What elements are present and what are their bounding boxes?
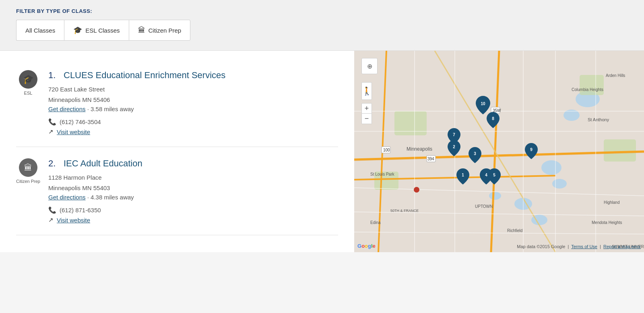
svg-text:5: 5 [493,173,495,177]
svg-text:Richfield: Richfield [507,228,522,233]
visit-website-link[interactable]: Visit website [57,217,90,224]
listing-icon: 🎓 ESL [16,70,40,135]
listing-phone: 📞 (612) 871-6350 [48,206,338,214]
svg-text:394: 394 [427,157,434,161]
svg-rect-10 [604,139,636,162]
filter-all-label: All Classes [25,27,55,34]
get-directions-link[interactable]: Get directions [48,106,86,112]
listing-icon: 🏛 Citizen Prep [16,158,40,224]
listing-number: 1. [48,70,60,81]
listing-number: 2. [48,158,60,169]
map-container: Minneapolis St Anthony Columbia Heights … [354,51,644,252]
external-link-icon: ↗ [48,128,54,135]
listing-item: 🎓 ESL 1. CLUES Educational Enrichment Se… [16,59,338,147]
svg-rect-9 [580,75,604,95]
svg-text:UPTOWN: UPTOWN [475,204,493,209]
filter-all-button[interactable]: All Classes [16,20,64,41]
listing-name: IEC Adult Education [64,158,142,169]
map-person-control[interactable]: 🚶 [361,82,372,100]
distance-text: · 3.58 miles away [87,106,134,112]
svg-rect-8 [394,111,427,135]
svg-text:Highland: Highland [604,200,619,205]
listing-website: ↗ Visit website [48,128,338,135]
main-content: 🎓 ESL 1. CLUES Educational Enrichment Se… [0,51,644,252]
graduation-cap-icon: 🎓 [23,74,34,85]
citizen-icon-circle: 🏛 [19,158,37,177]
map-data-credit: Map data ©2015 Google [517,244,565,249]
svg-point-55 [414,187,419,193]
svg-text:3: 3 [474,151,476,156]
building-icon: 🏛 [24,163,32,172]
listing-address-line1: 720 East Lake Street [48,85,338,94]
listing-address-line2: Minneapolis MN 55403 [48,183,338,193]
visit-website-link[interactable]: Visit website [57,129,90,135]
svg-text:St Louis Park: St Louis Park [370,172,394,176]
listing-directions: Get directions · 4.38 miles away [48,194,338,201]
svg-text:4: 4 [485,173,487,177]
listing-phone: 📞 (612) 746-3504 [48,118,338,126]
google-watermark: Google [357,243,376,249]
svg-point-4 [552,179,567,189]
listing-directions: Get directions · 3.58 miles away [48,106,338,112]
distance-text: · 4.38 miles away [87,194,134,201]
map-svg: Minneapolis St Anthony Columbia Heights … [354,51,644,252]
listing-details: 2. IEC Adult Education 1128 Harmon Place… [48,158,338,224]
graduation-cap-icon: 🎓 [73,26,82,35]
svg-text:10: 10 [481,102,485,106]
report-error-link[interactable]: Report a map error [603,244,641,249]
map-nav-control[interactable]: ⊕ [361,58,378,74]
listing-address-line1: 1128 Harmon Place [48,173,338,182]
svg-point-7 [489,192,501,200]
person-icon: 🚶 [362,86,372,96]
map-area[interactable]: Minneapolis St Anthony Columbia Heights … [354,51,644,252]
listing-name: CLUES Educational Enrichment Services [64,70,225,81]
listing-type-label: Citizen Prep [16,179,40,184]
map-attribution: Map data ©2015 Google | Terms of Use | R… [517,244,641,249]
phone-number: (612) 871-6350 [60,207,101,214]
filter-section: FILTER BY TYPE OF CLASS: All Classes 🎓 E… [0,0,644,51]
minus-icon: − [365,114,369,123]
svg-text:St Anthony: St Anthony [588,117,609,122]
svg-text:9: 9 [530,147,533,152]
svg-point-3 [541,160,561,175]
svg-text:2: 2 [453,145,455,149]
svg-text:50TH & FRANCE: 50TH & FRANCE [390,209,419,213]
building-icon: 🏛 [138,26,145,35]
phone-icon: 📞 [48,206,56,214]
zoom-in-button[interactable]: + [361,103,372,114]
phone-number: (612) 746-3504 [60,118,101,125]
filter-esl-button[interactable]: 🎓 ESL Classes [64,20,128,41]
filter-buttons: All Classes 🎓 ESL Classes 🏛 Citizen Prep [16,20,628,41]
svg-text:Mendota Heights: Mendota Heights [592,220,622,225]
listing-type-label: ESL [24,91,33,95]
map-zoom-controls: + − [361,103,372,124]
external-link-icon: ↗ [48,216,54,224]
listing-item: 🏛 Citizen Prep 2. IEC Adult Education 11… [16,147,338,235]
svg-text:Columbia Heights: Columbia Heights [572,87,603,92]
crosshair-icon: ⊕ [367,62,372,70]
filter-label: FILTER BY TYPE OF CLASS: [16,8,628,14]
svg-text:100: 100 [383,148,390,152]
svg-text:Edina: Edina [370,220,381,225]
svg-text:8: 8 [492,116,494,121]
listing-header: 1. CLUES Educational Enrichment Services [48,70,338,81]
listing-address-line2: Minneapolis MN 55406 [48,95,338,105]
listing-details: 1. CLUES Educational Enrichment Services… [48,70,338,135]
svg-text:1: 1 [462,173,464,177]
listing-website: ↗ Visit website [48,216,338,224]
get-directions-link[interactable]: Get directions [48,194,86,201]
listings-panel: 🎓 ESL 1. CLUES Educational Enrichment Se… [0,51,354,252]
esl-icon-circle: 🎓 [19,70,37,89]
listing-header: 2. IEC Adult Education [48,158,338,169]
filter-esl-label: ESL Classes [85,27,120,34]
phone-icon: 📞 [48,118,56,126]
plus-icon: + [365,104,369,113]
terms-of-use-link[interactable]: Terms of Use [571,244,597,249]
svg-text:7: 7 [453,133,455,137]
zoom-out-button[interactable]: − [361,114,372,124]
filter-citizen-label: Citizen Prep [149,27,182,34]
svg-text:Minneapolis: Minneapolis [407,146,432,152]
svg-text:Arden Hills: Arden Hills [606,73,625,78]
filter-citizen-button[interactable]: 🏛 Citizen Prep [129,20,191,41]
